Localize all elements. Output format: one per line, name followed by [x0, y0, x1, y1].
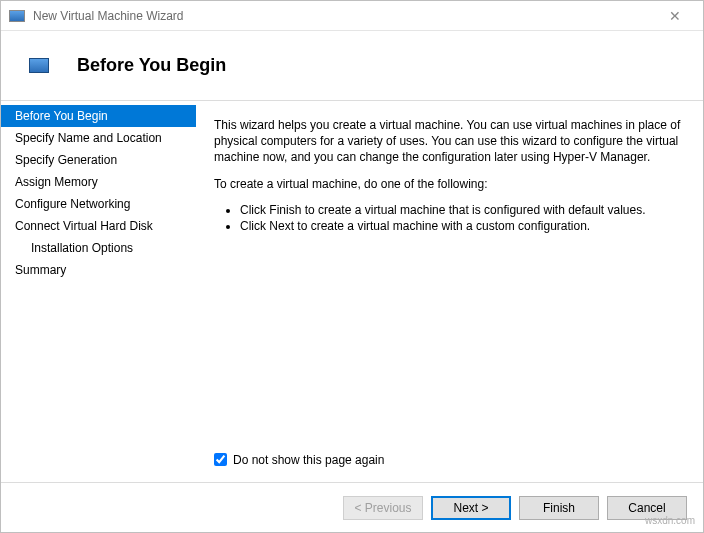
- sidebar-item-specify-generation[interactable]: Specify Generation: [1, 149, 196, 171]
- window-title: New Virtual Machine Wizard: [33, 9, 655, 23]
- titlebar: New Virtual Machine Wizard ✕: [1, 1, 703, 31]
- spacer: [214, 244, 681, 452]
- dont-show-again-row[interactable]: Do not show this page again: [214, 452, 681, 468]
- finish-button[interactable]: Finish: [519, 496, 599, 520]
- wizard-content: This wizard helps you create a virtual m…: [196, 101, 703, 482]
- intro-text: This wizard helps you create a virtual m…: [214, 117, 681, 166]
- page-title: Before You Begin: [77, 55, 226, 76]
- sidebar-item-before-you-begin[interactable]: Before You Begin: [1, 105, 196, 127]
- dont-show-again-checkbox[interactable]: [214, 453, 227, 466]
- close-icon[interactable]: ✕: [655, 8, 695, 24]
- list-item: Click Finish to create a virtual machine…: [240, 202, 681, 218]
- dont-show-again-label: Do not show this page again: [233, 452, 384, 468]
- cancel-button[interactable]: Cancel: [607, 496, 687, 520]
- option-list: Click Finish to create a virtual machine…: [214, 202, 681, 234]
- sidebar-item-assign-memory[interactable]: Assign Memory: [1, 171, 196, 193]
- step-sidebar: Before You Begin Specify Name and Locati…: [1, 101, 196, 482]
- sidebar-item-installation-options[interactable]: Installation Options: [1, 237, 196, 259]
- wizard-header: Before You Begin: [1, 31, 703, 101]
- sidebar-item-specify-name[interactable]: Specify Name and Location: [1, 127, 196, 149]
- wizard-window: New Virtual Machine Wizard ✕ Before You …: [0, 0, 704, 533]
- sidebar-item-configure-networking[interactable]: Configure Networking: [1, 193, 196, 215]
- sidebar-item-summary[interactable]: Summary: [1, 259, 196, 281]
- list-item: Click Next to create a virtual machine w…: [240, 218, 681, 234]
- instruction-text: To create a virtual machine, do one of t…: [214, 176, 681, 192]
- wizard-icon: [29, 58, 49, 73]
- sidebar-item-connect-vhd[interactable]: Connect Virtual Hard Disk: [1, 215, 196, 237]
- wizard-footer: < Previous Next > Finish Cancel: [1, 482, 703, 532]
- next-button[interactable]: Next >: [431, 496, 511, 520]
- wizard-body: Before You Begin Specify Name and Locati…: [1, 101, 703, 482]
- app-icon: [9, 10, 25, 22]
- previous-button: < Previous: [343, 496, 423, 520]
